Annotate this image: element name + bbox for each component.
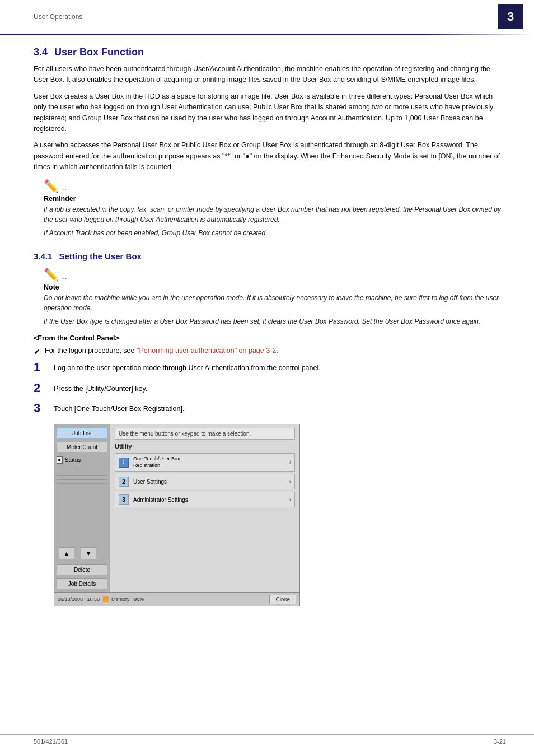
menu-item-3[interactable]: 3 Administrator Settings › bbox=[115, 492, 295, 507]
control-panel-label: <From the Control Panel> bbox=[34, 334, 506, 342]
menu-label-2: User Settings bbox=[133, 479, 167, 485]
step-2-text: Press the [Utility/Counter] key. bbox=[54, 381, 147, 394]
menu-num-3: 3 bbox=[119, 494, 129, 505]
section-para-3: A user who accesses the Personal User Bo… bbox=[34, 140, 506, 172]
menu-item-1[interactable]: 1 One-Touch/User BoxRegistration › bbox=[115, 453, 295, 472]
check-symbol: ✔ bbox=[34, 347, 40, 356]
step-3-text: Touch [One-Touch/User Box Registration]. bbox=[54, 402, 184, 414]
step-3-number: 3 bbox=[34, 402, 46, 415]
note-label: Note bbox=[44, 283, 506, 291]
section-para-2: User Box creates a User Box in the HDD a… bbox=[34, 91, 506, 135]
close-button[interactable]: Close bbox=[269, 595, 296, 604]
check-text-before: For the logon procedure, see bbox=[45, 347, 137, 354]
subsection-heading: 3.4.1 Setting the User Box bbox=[34, 251, 506, 261]
header-bar: User Operations 3 bbox=[0, 0, 534, 34]
footer-memory-label: Memory bbox=[111, 596, 130, 602]
note-dots: ... bbox=[61, 184, 67, 192]
note-text-1: Do not leave the machine while you are i… bbox=[44, 293, 506, 313]
machine-footer: 06/18/2008 16:50 📶 Memory 90% Close bbox=[54, 592, 299, 606]
footer-datetime: 06/18/2008 16:50 📶 Memory 90% bbox=[58, 596, 144, 602]
down-btn[interactable]: ▼ bbox=[81, 547, 96, 559]
left-bottom-buttons: ▲ ▼ Delete Job Details bbox=[54, 544, 110, 590]
step-1: 1 Log on to the user operation mode thro… bbox=[34, 361, 506, 374]
machine-ui: Job List Meter Count ■ Status bbox=[54, 424, 300, 606]
status-label: Status bbox=[65, 457, 81, 463]
meter-count-btn[interactable]: Meter Count bbox=[57, 442, 107, 452]
section-heading: 3.4 User Box Function bbox=[34, 46, 506, 58]
machine-left-panel: Job List Meter Count ■ Status bbox=[54, 424, 110, 592]
arrow-3: › bbox=[289, 497, 291, 503]
delete-btn[interactable]: Delete bbox=[57, 564, 107, 575]
check-text-suffix: . bbox=[276, 347, 278, 354]
content-area: 3.4 User Box Function For all users who … bbox=[0, 35, 534, 638]
page-label: User Operations bbox=[34, 13, 82, 21]
footer-right: 3-21 bbox=[494, 738, 506, 745]
arrow-2: › bbox=[289, 479, 291, 485]
reminder-text-1: If a job is executed in the copy, fax, s… bbox=[44, 204, 506, 225]
note-text-2: If the User Box type is changed after a … bbox=[44, 316, 506, 326]
subsection-title: Setting the User Box bbox=[59, 251, 142, 261]
reminder-text-2: If Account Track has not been enabled, G… bbox=[44, 228, 506, 238]
section-number: 3.4 bbox=[34, 46, 48, 58]
machine-ui-inner: Job List Meter Count ■ Status bbox=[54, 424, 299, 592]
section-para-1: For all users who have been authenticate… bbox=[34, 64, 506, 86]
menu-label-3: Administrator Settings bbox=[133, 497, 188, 503]
chapter-badge: 3 bbox=[498, 4, 523, 29]
footer-date: 06/18/2008 bbox=[58, 596, 83, 602]
status-row: ■ Status bbox=[57, 456, 107, 464]
page-container: User Operations 3 3.4 User Box Function … bbox=[0, 0, 534, 756]
screenshot-container: Job List Meter Count ■ Status bbox=[54, 424, 506, 606]
up-btn[interactable]: ▲ bbox=[59, 547, 74, 559]
note-pencil-icon: ✏️ bbox=[44, 268, 59, 282]
check-text: For the logon procedure, see "Performing… bbox=[45, 347, 278, 354]
menu-item-2[interactable]: 2 User Settings › bbox=[115, 474, 295, 489]
subsection-number: 3.4.1 bbox=[34, 251, 52, 261]
footer-time: 16:50 bbox=[87, 596, 100, 602]
section-title: User Box Function bbox=[54, 46, 144, 58]
step-2-number: 2 bbox=[34, 381, 46, 395]
note-icon-row: ✏️ ... bbox=[44, 268, 506, 283]
utility-label: Utility bbox=[115, 443, 295, 450]
power-box: ■ bbox=[57, 456, 63, 464]
footer-left: 501/421/361 bbox=[34, 738, 68, 745]
step-1-text: Log on to the user operation mode throug… bbox=[54, 361, 321, 374]
check-item: ✔ For the logon procedure, see "Performi… bbox=[34, 347, 506, 356]
auth-link[interactable]: "Performing user authentication" on page… bbox=[137, 347, 276, 354]
job-details-btn[interactable]: Job Details bbox=[57, 578, 107, 589]
step-3: 3 Touch [One-Touch/User Box Registration… bbox=[34, 402, 506, 415]
pencil-icon: ✏️ bbox=[44, 179, 59, 194]
machine-top-message: Use the menu buttons or keypad to make a… bbox=[115, 428, 295, 440]
menu-num-1: 1 bbox=[119, 458, 129, 468]
step-1-number: 1 bbox=[34, 361, 46, 374]
nav-btn-row: ▲ ▼ bbox=[57, 546, 107, 561]
menu-label-1: One-Touch/User BoxRegistration bbox=[133, 456, 180, 469]
note-dots-2: ... bbox=[61, 272, 67, 281]
footer-memory-val: 90% bbox=[134, 596, 144, 602]
reminder-icon-row: ✏️ ... bbox=[44, 179, 506, 195]
arrow-1: › bbox=[289, 459, 291, 465]
page-footer: 501/421/361 3-21 bbox=[0, 734, 534, 745]
job-list-btn[interactable]: Job List bbox=[57, 428, 107, 438]
note-box: ✏️ ... Note Do not leave the machine whi… bbox=[39, 268, 506, 326]
step-2: 2 Press the [Utility/Counter] key. bbox=[34, 381, 506, 395]
machine-right-panel: Use the menu buttons or keypad to make a… bbox=[110, 424, 299, 592]
reminder-label: Reminder bbox=[44, 195, 506, 203]
reminder-box: ✏️ ... Reminder If a job is executed in … bbox=[39, 179, 506, 238]
menu-num-2: 2 bbox=[119, 477, 129, 487]
